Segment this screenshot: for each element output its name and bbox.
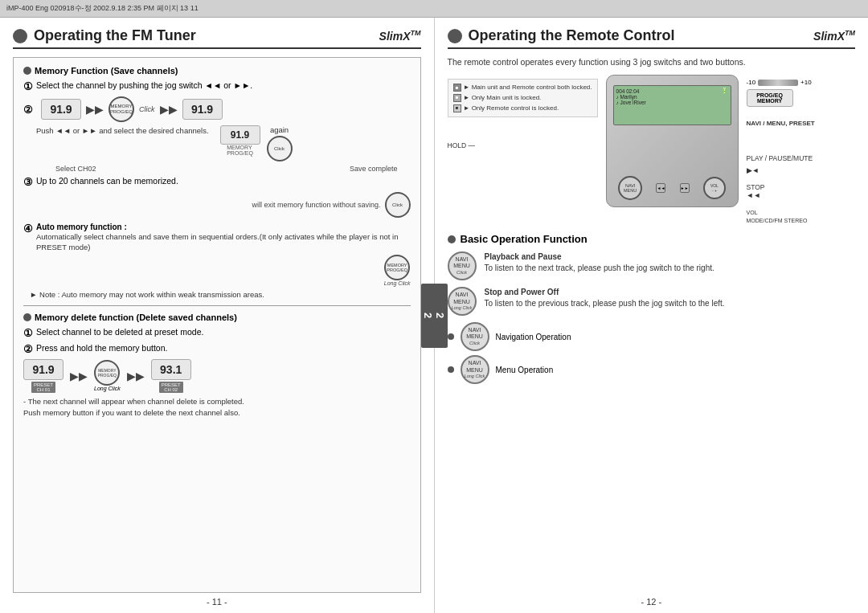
- click-label-1: Click: [139, 105, 155, 113]
- left-section-title: Operating the FM Tuner: [34, 27, 379, 44]
- bottom-diagram: 91.9 PRESETCH 01 ▶▶ MEMORYPROG/EQ Long C…: [23, 359, 411, 393]
- arrow-bottom-2: ▶▶: [127, 370, 145, 382]
- op-row-2: NAVIMENU Long Click Stop and Power Off T…: [448, 287, 856, 316]
- device-screen: 004 02:04 🔋 ♪ Marilyn ♪ Jove iRiver: [613, 85, 731, 125]
- op-icon-stop: NAVIMENU Long Click: [448, 287, 477, 316]
- menu-op-icon: NAVIMENU Long Click: [461, 355, 489, 384]
- freq4: 91.9: [23, 359, 63, 380]
- delete-step1-row: ① Select channel to be deleted at preset…: [23, 327, 411, 339]
- left-header-icon: [13, 29, 27, 43]
- freq-display-3: 91.9: [220, 125, 260, 145]
- note-text: ► Note : Auto memory may not work within…: [23, 290, 411, 299]
- skip-fwd-btn: ►►: [680, 183, 690, 193]
- diagram-row1: ② 91.9 ▶▶ MEMORYPROG/EQ Click ▶▶ 91.9: [23, 96, 411, 122]
- lock-legend-box: ■ ► Main unit and Remote control both lo…: [448, 79, 598, 117]
- top-bar-text: iMP-400 Eng 020918수-정 2002.9.18 2:35 PM …: [6, 3, 199, 14]
- auto-memory-row: MEMORYPROG/EQ Long Click: [23, 255, 411, 286]
- play-pause-label: PLAY / PAUSE/MUTE ▶◄: [747, 154, 815, 175]
- bottom-note2: Push memory button if you want to delete…: [23, 408, 411, 417]
- arrow-right-2: ▶▶: [160, 103, 178, 116]
- nav-op-icon: NAVIMENU Click: [461, 322, 489, 351]
- delete-function-title: Memory delete function (Delete saved cha…: [23, 313, 411, 322]
- nav-op-label: Navigation Operation: [496, 333, 571, 341]
- hold-label: HOLD ―: [448, 141, 598, 149]
- right-page-number: - 12 -: [641, 597, 661, 607]
- step3-row: ③ Up to 20 channels can be memorized.: [23, 176, 411, 188]
- step4-row: ④ Auto memory function : Automatically s…: [23, 223, 411, 253]
- remote-intro: The remote control operates every functi…: [448, 57, 856, 67]
- device-image: 004 02:04 🔋 ♪ Marilyn ♪ Jove iRiver NAVI…: [606, 75, 739, 207]
- arrow-bottom-1: ▶▶: [70, 370, 88, 382]
- vol-circle: VOL- +: [703, 177, 726, 199]
- page-right: Operating the Remote Control SlimXTM The…: [435, 18, 869, 613]
- remote-diagram: ■ ► Main unit and Remote control both lo…: [448, 75, 856, 225]
- op-row-1: NAVIMENU Click Playback and Pause To lis…: [448, 251, 856, 280]
- lock-legend: ■ ► Main unit and Remote control both lo…: [448, 75, 598, 225]
- left-section-header: Operating the FM Tuner SlimXTM: [13, 27, 421, 49]
- memory-function-title: Memory Function (Save channels): [23, 66, 411, 76]
- step1-row: ① Select the channel by pushing the jog …: [23, 80, 411, 92]
- freq-display-2: 91.9: [182, 99, 223, 120]
- delete-step2-row: ② Press and hold the memory button.: [23, 343, 411, 355]
- exit-row: will exit memory function without saving…: [23, 192, 411, 218]
- top-bar: iMP-400 Eng 020918수-정 2002.9.18 2:35 PM …: [0, 0, 868, 18]
- basic-op-header: Basic Operation Function: [448, 233, 856, 245]
- range-row: -10 +10: [747, 79, 815, 86]
- page-left: Operating the FM Tuner SlimXTM Memory Fu…: [0, 18, 435, 613]
- basic-op-bullet: [448, 235, 456, 243]
- left-page-number: - 11 -: [207, 597, 227, 607]
- device-circle-1: MEMORYPROG/EQ: [108, 96, 134, 122]
- right-section-title: Operating the Remote Control: [469, 27, 814, 44]
- op-icon-play: NAVIMENU Click: [448, 251, 477, 280]
- nav-op-bullet: [448, 333, 454, 340]
- nav-button-main: NAVIMENU: [618, 176, 642, 200]
- main-content: Operating the FM Tuner SlimXTM Memory Fu…: [0, 18, 868, 613]
- divider: [23, 305, 411, 306]
- stop-label: STOP ◄◄: [747, 183, 815, 199]
- navi-label: NAVI / MENU, PRESET: [747, 120, 815, 127]
- basic-op-title: Basic Operation Function: [461, 233, 588, 245]
- freq5: 93.1: [151, 359, 191, 380]
- bullet-icon: [23, 67, 31, 75]
- freq-display-1: 91.9: [41, 99, 81, 120]
- right-side-tab: 2: [433, 284, 448, 348]
- menu-op-bullet: [448, 366, 454, 373]
- arrow-right-1: ▶▶: [86, 103, 104, 116]
- menu-op-row: NAVIMENU Long Click Menu Operation: [448, 355, 856, 384]
- prog-eq-section: -10 +10 PROG/EQ MEMORY NAVI / MENU, PRES…: [747, 75, 815, 225]
- bottom-note1: - The next channel will appear when chan…: [23, 397, 411, 406]
- menu-op-label: Menu Operation: [496, 366, 554, 374]
- prog-eq-box: PROG/EQ MEMORY: [747, 89, 793, 107]
- mode-label: VOL MODE/CD/FM STEREO: [747, 209, 815, 225]
- nav-op-row: NAVIMENU Click Navigation Operation: [448, 322, 856, 351]
- left-content-box: Memory Function (Save channels) ① Select…: [13, 57, 421, 593]
- left-slimx-logo: SlimXTM: [379, 29, 421, 43]
- right-header-icon: [448, 29, 462, 43]
- bullet-icon-2: [23, 313, 31, 321]
- right-slimx-logo: SlimXTM: [813, 29, 855, 43]
- ch-labels-row: Select CH02 Save complete: [55, 165, 398, 173]
- device-bottom-controls: NAVIMENU ◄◄ ►► VOL- +: [612, 176, 733, 200]
- push-select-row: Push ◄◄ or ►► and select the desired cha…: [36, 125, 411, 161]
- skip-back-btn: ◄◄: [656, 183, 665, 193]
- right-section-header: Operating the Remote Control SlimXTM: [448, 27, 856, 49]
